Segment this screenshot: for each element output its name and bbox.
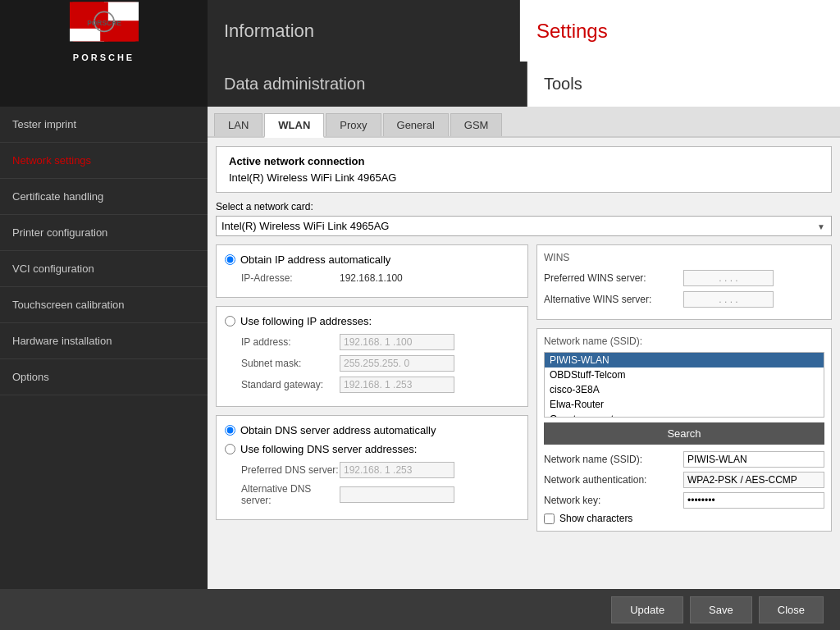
subnet-row: Subnet mask: (225, 355, 519, 372)
network-card-select-wrapper: Intel(R) Wireless WiFi Link 4965AG (216, 216, 832, 236)
settings-nav[interactable]: Settings (520, 0, 840, 62)
tab-wlan[interactable]: WLAN (264, 113, 324, 138)
subnet-input[interactable] (340, 355, 454, 372)
alt-wins-label: Alternative WINS server: (544, 294, 683, 305)
ip-address-value: 192.168.1.100 (340, 272, 403, 284)
dns-manual-radio-label[interactable]: Use following DNS server addresses: (225, 443, 519, 455)
preferred-wins-input[interactable] (683, 270, 774, 286)
ip-field-input[interactable] (340, 334, 454, 350)
save-button[interactable]: Save (690, 596, 752, 623)
ssid-item-elwa[interactable]: Elwa-Router (545, 397, 824, 412)
show-chars-row: Show characters (544, 513, 824, 524)
network-key-row: Network key: (544, 492, 824, 509)
sidebar-item-vci-configuration[interactable]: VCI configuration (0, 251, 208, 287)
obtain-auto-radio-label[interactable]: Obtain IP address automatically (225, 253, 519, 266)
obtain-auto-radio[interactable] (225, 254, 235, 265)
active-network-title: Active network connection (229, 155, 819, 167)
tools-label: Tools (544, 75, 582, 94)
sidebar: Tester imprint Network settings Certific… (0, 107, 208, 589)
network-name-field-label: Network name (SSID): (544, 454, 683, 465)
gateway-input[interactable] (340, 377, 454, 393)
alt-dns-label: Alternative DNS server: (241, 483, 340, 506)
sidebar-item-hardware-installation[interactable]: Hardware installation (0, 323, 208, 359)
information-nav[interactable]: Information (208, 0, 520, 62)
select-label: Select a network card: (216, 201, 832, 212)
preferred-dns-input[interactable] (340, 462, 454, 478)
dns-section: Obtain DNS server address automatically … (216, 415, 528, 520)
auth-label: Network authentication: (544, 474, 683, 486)
network-name-input[interactable] (683, 451, 824, 468)
sidebar-item-options[interactable]: Options (0, 359, 208, 395)
ssid-title: Network name (SSID): (544, 336, 824, 347)
gateway-label: Standard gateway: (241, 379, 340, 390)
porsche-crest-icon: PORSCHE (55, 0, 153, 49)
network-key-label: Network key: (544, 495, 683, 506)
tab-lan[interactable]: LAN (214, 113, 262, 136)
wins-section: WINS Preferred WINS server: Alternative … (536, 244, 832, 320)
preferred-dns-row: Preferred DNS server: (225, 462, 519, 478)
tab-general[interactable]: General (383, 113, 449, 136)
ssid-section: Network name (SSID): PIWIS-WLAN OBDStuff… (536, 328, 832, 532)
settings-label: Settings (536, 20, 608, 43)
ip-address-label: IP-Adresse: (241, 272, 340, 284)
settings-panel: Active network connection Intel(R) Wirel… (208, 138, 840, 540)
ip-section: Obtain IP address automatically IP-Adres… (216, 244, 528, 298)
auth-value: WPA2-PSK / AES-CCMP (683, 472, 824, 488)
alt-wins-input[interactable] (683, 291, 774, 308)
active-network-box: Active network connection Intel(R) Wirel… (216, 146, 832, 193)
use-following-radio-label[interactable]: Use following IP addresses: (225, 315, 519, 327)
dns-auto-radio[interactable] (225, 425, 235, 436)
network-card-select[interactable]: Intel(R) Wireless WiFi Link 4965AG (216, 216, 832, 236)
dns-auto-radio-label[interactable]: Obtain DNS server address automatically (225, 424, 519, 436)
ssid-item-obdstuff[interactable]: OBDStuff-Telcom (545, 368, 824, 382)
sidebar-item-printer-configuration[interactable]: Printer configuration (0, 215, 208, 251)
show-chars-label[interactable]: Show characters (559, 513, 632, 524)
search-button[interactable]: Search (544, 422, 824, 445)
information-label: Information (224, 21, 314, 42)
preferred-wins-row: Preferred WINS server: (544, 270, 824, 286)
update-button[interactable]: Update (611, 596, 683, 623)
auth-row: Network authentication: WPA2-PSK / AES-C… (544, 472, 824, 488)
ssid-item-piwis-wlan[interactable]: PIWIS-WLAN (545, 353, 824, 368)
content-area: LAN WLAN Proxy General GSM Active networ… (208, 107, 840, 589)
porsche-logo-text: PORSCHE (73, 52, 135, 62)
sidebar-item-network-settings[interactable]: Network settings (0, 143, 208, 179)
ssid-list: PIWIS-WLAN OBDStuff-Telcom cisco-3E8A El… (544, 352, 824, 418)
ssid-item-guest[interactable]: Guest-connect (545, 412, 824, 418)
dns-manual-radio[interactable] (225, 444, 235, 454)
ip-field-row: IP address: (225, 334, 519, 350)
network-name-row: Network name (SSID): (544, 451, 824, 468)
tab-bar: LAN WLAN Proxy General GSM (208, 107, 840, 138)
alt-dns-input[interactable] (340, 486, 454, 503)
right-column: WINS Preferred WINS server: Alternative … (536, 244, 832, 532)
close-button[interactable]: Close (759, 596, 824, 623)
tab-proxy[interactable]: Proxy (326, 113, 381, 136)
preferred-dns-label: Preferred DNS server: (241, 464, 340, 476)
use-following-radio[interactable] (225, 316, 235, 326)
alt-dns-row: Alternative DNS server: (225, 483, 519, 506)
subnet-label: Subnet mask: (241, 358, 340, 369)
gateway-row: Standard gateway: (225, 377, 519, 393)
alt-wins-row: Alternative WINS server: (544, 291, 824, 308)
data-administration-nav[interactable]: Data administration (208, 62, 527, 107)
subheader-left (0, 62, 208, 107)
wins-title: WINS (544, 252, 824, 263)
ssid-item-cisco[interactable]: cisco-3E8A (545, 382, 824, 397)
ip-address-display-row: IP-Adresse: 192.168.1.100 (225, 272, 519, 284)
tab-gsm[interactable]: GSM (450, 113, 503, 136)
network-key-input[interactable] (683, 492, 824, 509)
sidebar-item-touchscreen-calibration[interactable]: Touchscreen calibration (0, 287, 208, 323)
use-following-ip-section: Use following IP addresses: IP address: … (216, 306, 528, 407)
data-admin-label: Data administration (224, 75, 365, 94)
left-column: Obtain IP address automatically IP-Adres… (216, 244, 528, 532)
network-card-select-row: Select a network card: Intel(R) Wireless… (216, 201, 832, 236)
bottom-bar: Update Save Close (0, 589, 840, 630)
two-column-layout: Obtain IP address automatically IP-Adres… (216, 244, 832, 532)
ip-field-label: IP address: (241, 336, 340, 348)
sidebar-item-tester-imprint[interactable]: Tester imprint (0, 107, 208, 143)
sidebar-item-certificate-handling[interactable]: Certificate handling (0, 179, 208, 215)
show-chars-checkbox[interactable] (544, 514, 555, 524)
tools-nav[interactable]: Tools (527, 62, 840, 107)
svg-text:PORSCHE: PORSCHE (87, 19, 121, 27)
preferred-wins-label: Preferred WINS server: (544, 272, 683, 284)
